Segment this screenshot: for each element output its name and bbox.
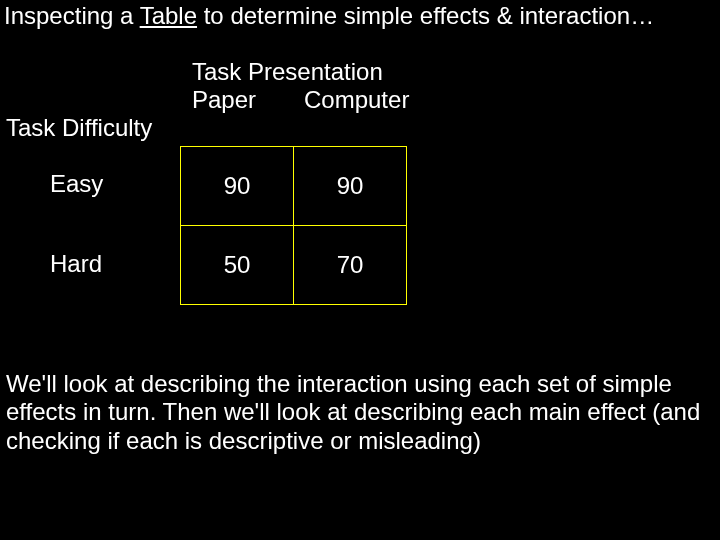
column-factor-label: Task Presentation: [192, 58, 383, 86]
column-level-computer: Computer: [304, 86, 409, 114]
title-suffix: to determine simple effects & interactio…: [197, 2, 654, 29]
column-level-paper: Paper: [192, 86, 256, 114]
title-underlined: Table: [140, 2, 197, 29]
slide: Inspecting a Table to determine simple e…: [0, 0, 720, 540]
table-row: 90 90: [181, 147, 407, 226]
table-row: 50 70: [181, 226, 407, 305]
slide-title: Inspecting a Table to determine simple e…: [4, 2, 654, 30]
title-prefix: Inspecting a: [4, 2, 140, 29]
row-level-easy: Easy: [50, 170, 103, 198]
cell-easy-computer: 90: [294, 147, 407, 226]
cell-easy-paper: 90: [181, 147, 294, 226]
cell-hard-paper: 50: [181, 226, 294, 305]
row-factor-label: Task Difficulty: [6, 114, 152, 142]
cell-hard-computer: 70: [294, 226, 407, 305]
row-level-hard: Hard: [50, 250, 102, 278]
body-paragraph: We'll look at describing the interaction…: [6, 370, 714, 455]
data-table: 90 90 50 70: [180, 146, 407, 305]
